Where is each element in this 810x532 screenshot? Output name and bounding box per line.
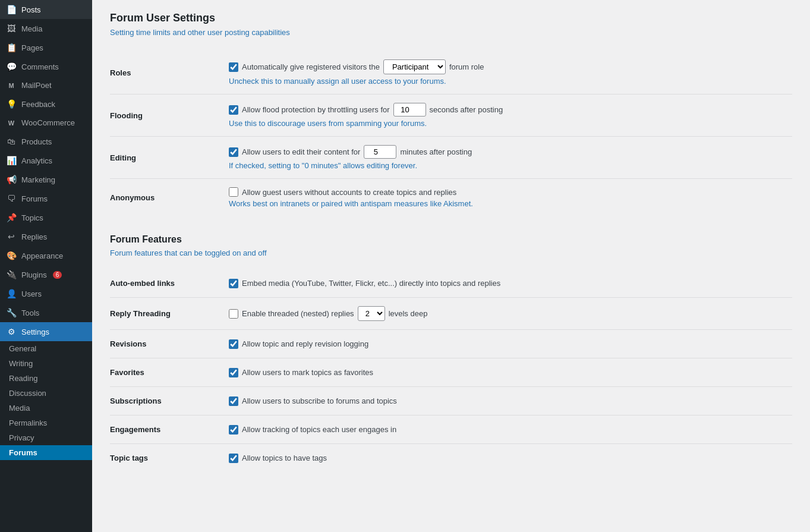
plugins-icon: 🔌 <box>6 270 17 279</box>
sidebar-item-marketing[interactable]: 📢 Marketing <box>0 170 92 189</box>
control-revisions: Allow topic and reply revision logging <box>229 330 792 358</box>
sidebar-label-feedback: Feedback <box>21 100 55 109</box>
sidebar-item-forums[interactable]: 🗨 Forums <box>0 189 92 208</box>
sidebar-item-media[interactable]: 🖼 Media <box>0 19 92 38</box>
sub-item-permalinks[interactable]: Permalinks <box>0 415 92 430</box>
sidebar-label-media: Media <box>21 24 42 33</box>
sidebar-label-pages: Pages <box>21 43 43 52</box>
sidebar-label-posts: Posts <box>21 5 41 14</box>
sidebar-label-forums: Forums <box>21 194 48 203</box>
control-engagements: Allow tracking of topics each user engag… <box>229 415 792 444</box>
role-select[interactable]: Participant Moderator Keymaster Blocked … <box>383 59 446 74</box>
checkbox-roles[interactable] <box>229 62 238 72</box>
row-auto-embed: Auto-embed links Embed media (YouTube, T… <box>110 269 792 298</box>
checkbox-favorites[interactable] <box>229 368 238 377</box>
sidebar-label-analytics: Analytics <box>21 156 52 165</box>
threading-level-select[interactable]: 2 3 4 5 6 7 8 <box>358 306 385 321</box>
sub-item-writing[interactable]: Writing <box>0 356 92 371</box>
replies-icon: ↩ <box>6 232 17 241</box>
control-editing: Allow users to edit their content for mi… <box>229 137 792 179</box>
forums-icon: 🗨 <box>6 194 17 203</box>
label-reply-threading: Reply Threading <box>110 298 229 330</box>
sub-item-media[interactable]: Media <box>0 401 92 415</box>
label-flooding: Flooding <box>110 95 229 137</box>
checkbox-anonymous[interactable] <box>229 187 238 197</box>
anonymous-hint: Works best on intranets or paired with a… <box>229 199 792 208</box>
main-content: Forum User Settings Setting time limits … <box>92 0 810 532</box>
roles-post-text: forum role <box>449 62 484 71</box>
sidebar-label-settings: Settings <box>21 328 49 336</box>
sidebar-item-analytics[interactable]: 📊 Analytics <box>0 151 92 170</box>
control-flooding: Allow flood protection by throttling use… <box>229 95 792 137</box>
row-anonymous: Anonymous Allow guest users without acco… <box>110 179 792 217</box>
checkbox-revisions[interactable] <box>229 339 238 349</box>
sidebar-item-users[interactable]: 👤 Users <box>0 284 92 303</box>
sidebar-label-users: Users <box>21 289 42 298</box>
label-auto-embed: Auto-embed links <box>110 269 229 298</box>
flooding-hint: Use this to discourage users from spammi… <box>229 119 792 128</box>
row-editing: Editing Allow users to edit their conten… <box>110 137 792 179</box>
checkbox-editing[interactable] <box>229 147 238 157</box>
features-table: Auto-embed links Embed media (YouTube, T… <box>110 269 792 472</box>
row-reply-threading: Reply Threading Enable threaded (nested)… <box>110 298 792 330</box>
feedback-icon: 💡 <box>6 99 17 109</box>
editing-number[interactable] <box>364 145 396 159</box>
sub-item-reading[interactable]: Reading <box>0 371 92 386</box>
features-subtitle: Forum features that can be toggled on an… <box>110 248 792 257</box>
flooding-number[interactable] <box>393 103 426 117</box>
engagements-text: Allow tracking of topics each user engag… <box>242 425 396 434</box>
posts-icon: 📄 <box>6 5 17 14</box>
sidebar-item-appearance[interactable]: 🎨 Appearance <box>0 246 92 265</box>
sidebar-item-mailpoet[interactable]: M MailPoet <box>0 76 92 95</box>
appearance-icon: 🎨 <box>6 251 17 260</box>
control-anonymous: Allow guest users without accounts to cr… <box>229 179 792 217</box>
sidebar-item-comments[interactable]: 💬 Comments <box>0 57 92 76</box>
sub-item-privacy[interactable]: Privacy <box>0 430 92 445</box>
topics-icon: 📌 <box>6 213 17 222</box>
sidebar-item-pages[interactable]: 📋 Pages <box>0 38 92 57</box>
marketing-icon: 📢 <box>6 175 17 184</box>
woocommerce-icon: W <box>6 119 17 127</box>
page-subtitle: Setting time limits and other user posti… <box>110 28 792 37</box>
checkbox-flooding[interactable] <box>229 105 238 115</box>
checkbox-subscriptions[interactable] <box>229 396 238 406</box>
sidebar-item-plugins[interactable]: 🔌 Plugins 6 <box>0 265 92 284</box>
sidebar-item-woocommerce[interactable]: W WooCommerce <box>0 114 92 132</box>
control-subscriptions: Allow users to subscribe to forums and t… <box>229 387 792 415</box>
sidebar-item-topics[interactable]: 📌 Topics <box>0 208 92 227</box>
sidebar-item-replies[interactable]: ↩ Replies <box>0 227 92 246</box>
sidebar-item-tools[interactable]: 🔧 Tools <box>0 303 92 322</box>
sidebar-label-replies: Replies <box>21 232 47 241</box>
checkbox-reply-threading[interactable] <box>229 309 238 319</box>
sidebar-label-mailpoet: MailPoet <box>21 81 52 90</box>
users-icon: 👤 <box>6 289 17 298</box>
checkbox-auto-embed[interactable] <box>229 279 238 288</box>
sidebar-item-feedback[interactable]: 💡 Feedback <box>0 95 92 114</box>
revisions-text: Allow topic and reply revision logging <box>242 339 368 348</box>
sub-item-general[interactable]: General <box>0 341 92 356</box>
label-editing: Editing <box>110 137 229 179</box>
label-revisions: Revisions <box>110 330 229 358</box>
sidebar-label-tools: Tools <box>21 309 39 317</box>
checkbox-engagements[interactable] <box>229 425 238 435</box>
analytics-icon: 📊 <box>6 156 17 165</box>
control-topic-tags: Allow topics to have tags <box>229 444 792 473</box>
sidebar-item-posts[interactable]: 📄 Posts <box>0 0 92 19</box>
row-roles: Roles Automatically give registered visi… <box>110 51 792 95</box>
threading-post-text: levels deep <box>389 309 428 318</box>
editing-post-text: minutes after posting <box>400 147 472 156</box>
comments-icon: 💬 <box>6 62 17 71</box>
sidebar-item-settings[interactable]: ⚙ Settings <box>0 322 92 341</box>
settings-icon: ⚙ <box>6 327 17 336</box>
label-subscriptions: Subscriptions <box>110 387 229 415</box>
flooding-post-text: seconds after posting <box>430 105 503 114</box>
row-favorites: Favorites Allow users to mark topics as … <box>110 358 792 387</box>
sub-item-forums[interactable]: Forums <box>0 445 92 460</box>
threading-pre-text: Enable threaded (nested) replies <box>242 309 354 318</box>
sidebar: 📄 Posts 🖼 Media 📋 Pages 💬 Comments M Mai… <box>0 0 92 532</box>
sub-item-discussion[interactable]: Discussion <box>0 386 92 401</box>
checkbox-topic-tags[interactable] <box>229 454 238 463</box>
control-reply-threading: Enable threaded (nested) replies 2 3 4 5… <box>229 298 792 330</box>
label-anonymous: Anonymous <box>110 179 229 217</box>
sidebar-item-products[interactable]: 🛍 Products <box>0 132 92 151</box>
